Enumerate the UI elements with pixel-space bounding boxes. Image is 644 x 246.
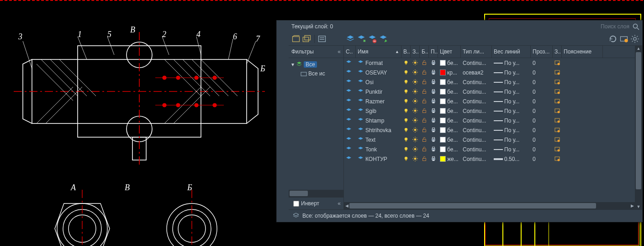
scroll-down-icon[interactable]: ▼ (635, 204, 642, 209)
collapse-invert-icon[interactable]: « (338, 200, 341, 207)
lineweight-label[interactable]: По у... (504, 98, 519, 105)
print-icon[interactable] (431, 60, 436, 66)
vp-freeze-icon[interactable] (554, 60, 560, 66)
isolate-icon[interactable] (619, 34, 628, 43)
lineweight-label[interactable]: 0.50... (504, 156, 519, 162)
scroll-right-icon[interactable]: ▶ (629, 202, 635, 209)
lock-icon[interactable] (422, 146, 427, 152)
bulb-icon[interactable] (403, 146, 409, 152)
lock-icon[interactable] (422, 127, 427, 133)
print-icon[interactable] (431, 70, 436, 75)
color-swatch[interactable] (440, 156, 446, 162)
layer-row[interactable]: КОНТУРже...Continu...0.50...0 (344, 154, 635, 164)
sun-icon[interactable] (412, 118, 418, 123)
new-filter-icon[interactable] (291, 34, 301, 43)
print-icon[interactable] (431, 118, 436, 123)
vp-freeze-icon[interactable] (554, 79, 560, 85)
lock-icon[interactable] (422, 156, 427, 162)
layer-row[interactable]: Textбе...Continu...По у...0 (344, 135, 635, 144)
sun-icon[interactable] (412, 108, 418, 114)
transparency-cell[interactable]: 0 (531, 156, 553, 162)
vp-freeze-icon[interactable] (554, 156, 560, 162)
sun-icon[interactable] (412, 89, 418, 95)
lineweight-label[interactable]: По у... (504, 118, 519, 124)
linetype-cell[interactable]: Continu... (461, 156, 492, 162)
layer-row[interactable]: Tonkбе...Continu...По у...0 (344, 144, 635, 154)
new-layer-icon[interactable] (346, 34, 355, 43)
table-hscroll[interactable]: ◀ ▶ (344, 202, 635, 209)
bulb-icon[interactable] (403, 127, 409, 133)
lock-icon[interactable] (422, 118, 427, 123)
lock-icon[interactable] (422, 98, 427, 104)
layer-row[interactable]: Razmerбе...Continu...По у...0 (344, 96, 635, 106)
invert-checkbox[interactable] (293, 201, 299, 207)
set-current-icon[interactable] (379, 34, 388, 43)
sun-icon[interactable] (412, 146, 418, 152)
layer-row[interactable]: Shtampбе...Continu...По у...0 (344, 116, 635, 125)
lineweight-label[interactable]: По у... (504, 137, 519, 143)
color-swatch[interactable] (440, 146, 446, 152)
col-plot[interactable]: П.. (429, 46, 438, 58)
lock-icon[interactable] (422, 108, 427, 114)
lineweight-label[interactable]: По у... (504, 89, 519, 95)
layer-row[interactable]: Sgibбе...Continu...По у...0 (344, 106, 635, 116)
vp-freeze-icon[interactable] (554, 98, 560, 104)
col-lineweight[interactable]: Вес линий (492, 46, 531, 58)
lineweight-label[interactable]: По у... (504, 146, 519, 153)
new-group-icon[interactable] (302, 34, 311, 43)
linetype-cell[interactable]: Continu... (461, 118, 492, 124)
settings-icon[interactable] (630, 34, 639, 43)
transparency-cell[interactable]: 0 (531, 79, 553, 86)
transparency-cell[interactable]: 0 (531, 108, 553, 114)
col-name[interactable]: Имя▲ (356, 46, 401, 58)
lineweight-label[interactable]: По у... (504, 127, 519, 134)
color-swatch[interactable] (440, 98, 446, 104)
col-vpfreeze[interactable]: З.. (553, 46, 562, 58)
filter-tree[interactable]: ▾ Все Все ис (289, 58, 343, 190)
bulb-icon[interactable] (403, 98, 409, 104)
delete-layer-icon[interactable] (368, 34, 377, 43)
color-swatch[interactable] (440, 118, 446, 123)
lineweight-label[interactable]: По у... (504, 79, 519, 86)
linetype-cell[interactable]: Continu... (461, 127, 492, 134)
bulb-icon[interactable] (403, 60, 409, 66)
linetype-cell[interactable]: Continu... (461, 146, 492, 153)
color-swatch[interactable] (440, 137, 446, 143)
linetype-cell[interactable]: Continu... (461, 89, 492, 95)
color-swatch[interactable] (440, 60, 446, 66)
print-icon[interactable] (431, 108, 436, 114)
vp-freeze-icon[interactable] (554, 89, 560, 95)
transparency-cell[interactable]: 0 (531, 98, 553, 105)
vp-freeze-icon[interactable] (554, 70, 560, 75)
col-description[interactable]: Пояснение (562, 46, 603, 58)
lock-icon[interactable] (422, 70, 427, 75)
tree-root[interactable]: ▾ Все (289, 60, 343, 69)
layer-row[interactable]: Shtrihovkaбе...Continu...По у...0 (344, 125, 635, 135)
scroll-left-icon[interactable]: ◀ (344, 202, 349, 209)
color-swatch[interactable] (440, 127, 446, 133)
transparency-cell[interactable]: 0 (531, 60, 553, 66)
new-layer-vp-icon[interactable] (357, 34, 366, 43)
sun-icon[interactable] (412, 70, 418, 75)
transparency-cell[interactable]: 0 (531, 137, 553, 143)
col-lock[interactable]: Б.. (420, 46, 429, 58)
lock-icon[interactable] (422, 137, 427, 143)
sun-icon[interactable] (412, 127, 418, 133)
table-vscroll[interactable]: ▲ ▼ (635, 46, 642, 209)
lineweight-label[interactable]: По у... (504, 70, 519, 76)
search-placeholder[interactable]: Поиск слоя (561, 23, 632, 30)
sun-icon[interactable] (412, 79, 418, 85)
collapse-filters-icon[interactable]: « (338, 48, 341, 55)
color-swatch[interactable] (440, 79, 446, 85)
color-swatch[interactable] (440, 89, 446, 95)
lock-icon[interactable] (422, 89, 427, 95)
tree-child[interactable]: Все ис (289, 69, 343, 78)
search-icon[interactable] (632, 23, 639, 30)
linetype-cell[interactable]: Continu... (461, 98, 492, 105)
print-icon[interactable] (431, 127, 436, 133)
vp-freeze-icon[interactable] (554, 146, 560, 152)
sun-icon[interactable] (412, 98, 418, 104)
layer-row[interactable]: Osiбе...Continu...По у...0 (344, 77, 635, 87)
scroll-up-icon[interactable]: ▲ (635, 46, 642, 51)
sun-icon[interactable] (412, 137, 418, 143)
